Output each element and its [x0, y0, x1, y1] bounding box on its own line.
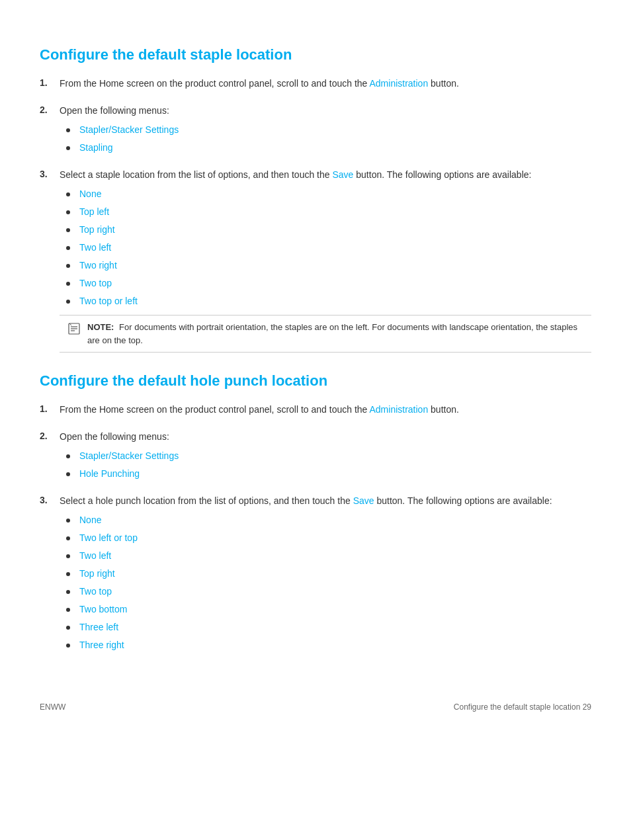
step2-text: Open the following menus: [60, 104, 591, 118]
administration-link-1[interactable]: Administration [369, 78, 428, 89]
bullet-dot [66, 282, 70, 286]
list-item: Stapler/Stacker Settings [66, 449, 591, 463]
save-link-2[interactable]: Save [353, 495, 374, 506]
list-item: Two top [66, 585, 591, 599]
bullet-dot [66, 536, 70, 540]
section2-title: Configure the default hole punch locatio… [40, 372, 591, 390]
section2-step2: 2. Open the following menus: Stapler/Sta… [40, 430, 591, 485]
bullet-dot [66, 146, 70, 150]
list-item: Stapling [66, 141, 591, 155]
list-item: Three left [66, 620, 591, 634]
page-footer: ENWW Configure the default staple locati… [40, 696, 591, 712]
step-content: From the Home screen on the product cont… [60, 403, 591, 421]
none-link-1[interactable]: None [79, 187, 101, 201]
step3-text-before: Select a staple location from the list o… [60, 169, 332, 180]
step-number: 3. [40, 494, 60, 505]
s2-step2-list: Stapler/Stacker Settings Hole Punching [66, 449, 591, 481]
two-right-link[interactable]: Two right [79, 259, 117, 273]
note-text: For documents with portrait orientation,… [87, 322, 577, 345]
bullet-dot [66, 644, 70, 648]
administration-link-2[interactable]: Administration [369, 404, 428, 415]
list-item: Two bottom [66, 603, 591, 616]
s2-step3-list: None Two left or top Two left Top right … [66, 513, 591, 652]
step-number: 1. [40, 403, 60, 414]
step-number: 3. [40, 168, 60, 179]
hole-punching-link[interactable]: Hole Punching [79, 467, 140, 481]
footer-right: Configure the default staple location 29 [454, 702, 591, 712]
s2-step1-text-after: button. [428, 404, 459, 415]
s2-step2-text: Open the following menus: [60, 430, 591, 444]
bullet-dot [66, 608, 70, 612]
step-number: 2. [40, 430, 60, 441]
none-link-2[interactable]: None [79, 513, 101, 527]
section2-step3: 3. Select a hole punch location from the… [40, 494, 591, 656]
step1-text-after: button. [428, 78, 459, 89]
bullet-dot [66, 246, 70, 250]
three-left-link[interactable]: Three left [79, 620, 118, 634]
two-bottom-link[interactable]: Two bottom [79, 603, 127, 616]
bullet-dot [66, 626, 70, 630]
bullet-dot [66, 519, 70, 523]
section1-step1: 1. From the Home screen on the product c… [40, 77, 591, 95]
step-content: Open the following menus: Stapler/Stacke… [60, 104, 591, 159]
two-left-link-1[interactable]: Two left [79, 241, 111, 255]
list-item: Hole Punching [66, 467, 591, 481]
step2-list: Stapler/Stacker Settings Stapling [66, 123, 591, 155]
stapler-stacker-link[interactable]: Stapler/Stacker Settings [79, 123, 179, 137]
s2-step3-text-before: Select a hole punch location from the li… [60, 495, 353, 506]
step-content: Select a staple location from the list o… [60, 168, 591, 353]
list-item: None [66, 187, 591, 201]
step-number: 2. [40, 104, 60, 115]
note-label: NOTE: [87, 322, 114, 332]
s2-step1-text-before: From the Home screen on the product cont… [60, 404, 369, 415]
top-right-link[interactable]: Top right [79, 223, 115, 237]
bullet-dot [66, 572, 70, 576]
list-item: None [66, 513, 591, 527]
note-box: NOTE: For documents with portrait orient… [60, 315, 591, 353]
two-top-link[interactable]: Two top [79, 276, 112, 290]
two-left-link-2[interactable]: Two left [79, 549, 111, 563]
bullet-dot [66, 210, 70, 214]
top-right-link-2[interactable]: Top right [79, 567, 115, 581]
bullet-dot [66, 228, 70, 232]
list-item: Two top or left [66, 294, 591, 308]
list-item: Top left [66, 205, 591, 219]
bullet-dot [66, 472, 70, 476]
two-top-or-left-link[interactable]: Two top or left [79, 294, 138, 308]
list-item: Top right [66, 567, 591, 581]
section1-step3: 3. Select a staple location from the lis… [40, 168, 591, 353]
section1-title: Configure the default staple location [40, 46, 591, 63]
list-item: Stapler/Stacker Settings [66, 123, 591, 137]
note-icon [67, 322, 81, 339]
section2-step1: 1. From the Home screen on the product c… [40, 403, 591, 421]
bullet-dot [66, 128, 70, 132]
s2-step3-text-after: button. The following options are availa… [374, 495, 552, 506]
top-left-link[interactable]: Top left [79, 205, 109, 219]
two-left-or-top-link[interactable]: Two left or top [79, 531, 138, 545]
list-item: Two left [66, 241, 591, 255]
step3-text-after: button. The following options are availa… [353, 169, 531, 180]
step1-text-before: From the Home screen on the product cont… [60, 78, 369, 89]
list-item: Two left or top [66, 531, 591, 545]
section1-step2: 2. Open the following menus: Stapler/Sta… [40, 104, 591, 159]
two-top-link-2[interactable]: Two top [79, 585, 112, 599]
list-item: Two left [66, 549, 591, 563]
bullet-dot [66, 454, 70, 458]
list-item: Top right [66, 223, 591, 237]
bullet-dot [66, 264, 70, 268]
step-content: Open the following menus: Stapler/Stacke… [60, 430, 591, 485]
step-content: From the Home screen on the product cont… [60, 77, 591, 95]
three-right-link[interactable]: Three right [79, 638, 124, 652]
step3-list: None Top left Top right Two left Two rig… [66, 187, 591, 308]
bullet-dot [66, 300, 70, 304]
list-item: Three right [66, 638, 591, 652]
stapler-stacker-link-2[interactable]: Stapler/Stacker Settings [79, 449, 179, 463]
bullet-dot [66, 590, 70, 594]
save-link-1[interactable]: Save [332, 169, 353, 180]
list-item: Two right [66, 259, 591, 273]
stapling-link[interactable]: Stapling [79, 141, 113, 155]
footer-left: ENWW [40, 702, 65, 712]
bullet-dot [66, 554, 70, 558]
bullet-dot [66, 192, 70, 196]
note-content: NOTE: For documents with portrait orient… [87, 321, 583, 347]
